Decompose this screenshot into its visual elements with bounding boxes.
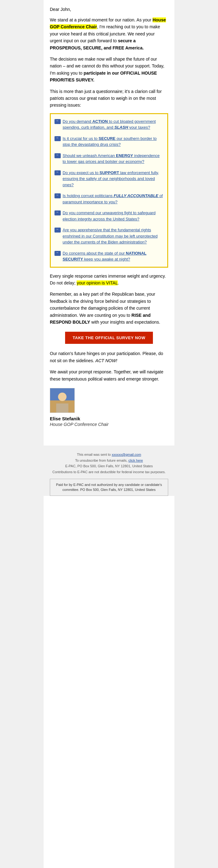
sig-img-content xyxy=(50,388,75,412)
svg-rect-3 xyxy=(56,404,69,412)
future-italic: ACT NOW! xyxy=(95,358,117,363)
greeting: Dear John, xyxy=(50,6,168,13)
republican-text-end: with your insights and expectations. xyxy=(90,319,160,324)
cta-button[interactable]: TAKE THE OFFICIAL SURVEY NOW xyxy=(65,332,153,344)
footer-contributions: Contributions to E-PAC are not deductibl… xyxy=(52,470,166,474)
intro-paragraph: We stand at a pivotal moment for our nat… xyxy=(50,17,168,51)
question-3[interactable]: Should we unleash American ENERGY indepe… xyxy=(55,153,163,165)
signature-title: House GOP Conference Chair xyxy=(50,422,168,427)
survey-paragraph: The decisions we make now will shape the… xyxy=(50,56,168,84)
footer-address: E-PAC, PO Box 500, Glen Falls, NY 12801,… xyxy=(65,464,153,468)
q5-text: Is holding corrupt politicians fully acc… xyxy=(62,193,163,205)
q2-text: Is it crucial for us to SECURE our south… xyxy=(62,135,163,148)
q1-icon xyxy=(55,119,61,124)
footer-unsub-link[interactable]: click here xyxy=(128,459,143,462)
q4-icon xyxy=(55,170,61,175)
clarion-paragraph: This is more than just a questionnaire; … xyxy=(50,88,168,109)
footer-email-link[interactable]: xxxxxx@gmail.com xyxy=(112,453,141,456)
footer-sent-to-label: This email was sent to xyxy=(77,453,112,456)
q1-text: Do you demand ACTION to cut bloated gove… xyxy=(62,119,163,131)
question-2[interactable]: Is it crucial for us to SECURE our south… xyxy=(55,135,163,148)
urgency-text-end: . xyxy=(118,280,119,285)
future-paragraph: Our nation's future hinges on your parti… xyxy=(50,350,168,364)
question-5[interactable]: Is holding corrupt politicians fully acc… xyxy=(55,193,163,205)
cta-container: TAKE THE OFFICIAL SURVEY NOW xyxy=(50,332,168,344)
urgency-highlight: your opinion is VITAL xyxy=(77,280,118,285)
q7-icon xyxy=(55,227,61,232)
q6-icon xyxy=(55,211,61,215)
q2-icon xyxy=(55,136,61,141)
footer-unsub-label: To unsubscribe from future emails, xyxy=(75,459,128,462)
signature-image xyxy=(50,388,75,413)
q4-text: Do you expect us to SUPPORT law enforcem… xyxy=(62,170,163,188)
footer: This email was sent to xxxxxx@gmail.com … xyxy=(44,445,174,496)
republican-paragraph: Remember, as a key part of the Republica… xyxy=(50,291,168,326)
q6-text: Do you commend our unwavering fight to s… xyxy=(62,210,163,222)
footer-main: This email was sent to xxxxxx@gmail.com … xyxy=(50,452,168,475)
svg-point-2 xyxy=(58,393,66,401)
question-7[interactable]: Are you apprehensive that the fundamenta… xyxy=(55,227,163,245)
q3-icon xyxy=(55,153,61,158)
questions-box: Do you demand ACTION to cut bloated gove… xyxy=(50,113,168,268)
email-container: Dear John, We stand at a pivotal moment … xyxy=(44,0,174,868)
question-8[interactable]: Do concerns about the state of our NATIO… xyxy=(55,250,163,262)
urgency-paragraph: Every single response carries immense we… xyxy=(50,273,168,287)
q8-icon xyxy=(55,251,61,256)
await-paragraph: We await your prompt response. Together,… xyxy=(50,368,168,382)
intro-text-start: We stand at a pivotal moment for our nat… xyxy=(50,18,153,22)
question-4[interactable]: Do you expect us to SUPPORT law enforcem… xyxy=(55,170,163,188)
q7-text: Are you apprehensive that the fundamenta… xyxy=(62,227,163,245)
signature-name: Elise Stefanik xyxy=(50,416,168,421)
question-1[interactable]: Do you demand ACTION to cut bloated gove… xyxy=(55,119,163,131)
footer-disclaimer: Paid for by E-PAC and not authorized by … xyxy=(50,479,168,496)
question-6[interactable]: Do you commend our unwavering fight to s… xyxy=(55,210,163,222)
q8-text: Do concerns about the state of our NATIO… xyxy=(62,250,163,262)
q5-icon xyxy=(55,193,61,198)
q3-text: Should we unleash American ENERGY indepe… xyxy=(62,153,163,165)
